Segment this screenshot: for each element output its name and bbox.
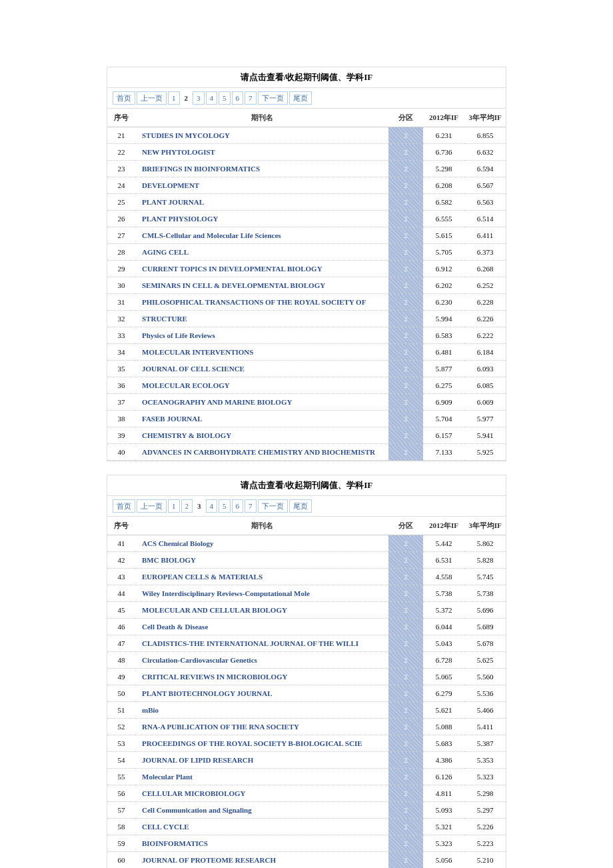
zone-cell: 2	[388, 177, 423, 194]
journal-name-link[interactable]: PLANT JOURNAL	[135, 194, 388, 211]
pager-page-7[interactable]: 7	[245, 91, 257, 105]
pager-page-5[interactable]: 5	[219, 91, 231, 105]
pager-first[interactable]: 首页	[113, 499, 135, 513]
journal-name-link[interactable]: CHEMISTRY & BIOLOGY	[135, 427, 388, 444]
table-row: 39CHEMISTRY & BIOLOGY26.1575.941	[107, 427, 506, 444]
pager-prev[interactable]: 上一页	[137, 91, 167, 105]
if-2012: 6.583	[423, 327, 464, 344]
journal-name-link[interactable]: MOLECULAR AND CELLULAR BIOLOGY	[135, 602, 388, 619]
journal-name-link[interactable]: STUDIES IN MYCOLOGY	[135, 127, 388, 144]
journal-name-link[interactable]: RNA-A PUBLICATION OF THE RNA SOCIETY	[135, 719, 388, 735]
table-row: 47CLADISTICS-THE INTERNATIONAL JOURNAL O…	[107, 635, 506, 652]
if-3yr: 5.223	[464, 835, 506, 852]
row-index: 23	[107, 161, 135, 177]
if-2012: 5.323	[423, 835, 464, 852]
if-2012: 5.621	[423, 702, 464, 719]
row-index: 59	[107, 835, 135, 852]
header-if3: 3年平均IF	[464, 109, 506, 127]
zone-cell: 2	[388, 752, 423, 769]
pager-page-3[interactable]: 3	[193, 91, 205, 105]
journal-name-link[interactable]: CLADISTICS-THE INTERNATIONAL JOURNAL OF …	[135, 635, 388, 652]
table-row: 57Cell Communication and Signaling25.093…	[107, 802, 506, 819]
journal-name-link[interactable]: FASEB JOURNAL	[135, 411, 388, 427]
journal-name-link[interactable]: CURRENT TOPICS IN DEVELOPMENTAL BIOLOGY	[135, 261, 388, 277]
row-index: 42	[107, 552, 135, 569]
pager-page-6[interactable]: 6	[232, 91, 244, 105]
journal-name-link[interactable]: NEW PHYTOLOGIST	[135, 144, 388, 161]
pager-next[interactable]: 下一页	[258, 499, 288, 513]
zone-cell: 2	[388, 161, 423, 177]
journal-name-link[interactable]: Physics of Life Reviews	[135, 327, 388, 344]
journal-name-link[interactable]: PLANT BIOTECHNOLOGY JOURNAL	[135, 685, 388, 702]
journal-name-link[interactable]: MOLECULAR ECOLOGY	[135, 377, 388, 394]
row-index: 37	[107, 394, 135, 411]
journal-name-link[interactable]: MOLECULAR INTERVENTIONS	[135, 344, 388, 361]
journal-name-link[interactable]: CMLS-Cellular and Molecular Life Science…	[135, 227, 388, 244]
pager-page-7[interactable]: 7	[245, 499, 257, 513]
if-2012: 5.043	[423, 635, 464, 652]
journal-name-link[interactable]: PHILOSOPHICAL TRANSACTIONS OF THE ROYAL …	[135, 294, 388, 311]
journal-name-link[interactable]: Molecular Plant	[135, 769, 388, 785]
title-bar[interactable]: 请点击查看/收起期刊阈值、学科IF	[107, 475, 506, 496]
row-index: 54	[107, 752, 135, 769]
row-index: 34	[107, 344, 135, 361]
journal-name-link[interactable]: Cell Communication and Signaling	[135, 802, 388, 819]
journal-name-link[interactable]: DEVELOPMENT	[135, 177, 388, 194]
pager-page-4[interactable]: 4	[206, 91, 218, 105]
pager-prev[interactable]: 上一页	[137, 499, 167, 513]
row-index: 47	[107, 635, 135, 652]
journal-name-link[interactable]: PLANT PHYSIOLOGY	[135, 211, 388, 227]
if-2012: 5.615	[423, 227, 464, 244]
table-row: 59BIOINFORMATICS25.3235.223	[107, 835, 506, 852]
journal-name-link[interactable]: Wiley Interdisciplinary Reviews-Computat…	[135, 585, 388, 602]
pager-last[interactable]: 尾页	[289, 91, 312, 105]
journal-name-link[interactable]: BIOINFORMATICS	[135, 835, 388, 852]
journal-name-link[interactable]: Circulation-Cardiovascular Genetics	[135, 652, 388, 669]
journal-name-link[interactable]: JOURNAL OF LIPID RESEARCH	[135, 752, 388, 769]
pager-page-1[interactable]: 1	[168, 91, 180, 105]
zone-cell: 2	[388, 227, 423, 244]
pager-page-5[interactable]: 5	[219, 499, 231, 513]
journal-name-link[interactable]: JOURNAL OF PROTEOME RESEARCH	[135, 852, 388, 869]
zone-cell: 2	[388, 569, 423, 585]
journal-name-link[interactable]: mBio	[135, 702, 388, 719]
zone-cell: 2	[388, 261, 423, 277]
pager-page-6[interactable]: 6	[232, 499, 244, 513]
header-zone: 分区	[388, 517, 423, 535]
journal-name-link[interactable]: ACS Chemical Biology	[135, 535, 388, 552]
journal-name-link[interactable]: CRITICAL REVIEWS IN MICROBIOLOGY	[135, 669, 388, 685]
pager-first[interactable]: 首页	[113, 91, 135, 105]
pager-last[interactable]: 尾页	[289, 499, 312, 513]
pager-page-2[interactable]: 2	[181, 499, 193, 513]
zone-cell: 2	[388, 294, 423, 311]
pager-page-4[interactable]: 4	[206, 499, 218, 513]
pager-page-1[interactable]: 1	[168, 499, 180, 513]
table-row: 60JOURNAL OF PROTEOME RESEARCH25.0565.21…	[107, 852, 506, 869]
journal-name-link[interactable]: CELL CYCLE	[135, 819, 388, 835]
if-3yr: 6.567	[464, 177, 506, 194]
journal-name-link[interactable]: PROCEEDINGS OF THE ROYAL SOCIETY B-BIOLO…	[135, 735, 388, 752]
journal-name-link[interactable]: ADVANCES IN CARBOHYDRATE CHEMISTRY AND B…	[135, 444, 388, 461]
journal-name-link[interactable]: JOURNAL OF CELL SCIENCE	[135, 361, 388, 377]
table-row: 23BRIEFINGS IN BIOINFORMATICS25.2986.594	[107, 161, 506, 177]
row-index: 31	[107, 294, 135, 311]
zone-cell: 2	[388, 244, 423, 261]
journal-name-link[interactable]: Cell Death & Disease	[135, 619, 388, 635]
journal-name-link[interactable]: EUROPEAN CELLS & MATERIALS	[135, 569, 388, 585]
journal-name-link[interactable]: BRIEFINGS IN BIOINFORMATICS	[135, 161, 388, 177]
journal-name-link[interactable]: AGING CELL	[135, 244, 388, 261]
if-2012: 6.044	[423, 619, 464, 635]
row-index: 25	[107, 194, 135, 211]
journal-name-link[interactable]: OCEANOGRAPHY AND MARINE BIOLOGY	[135, 394, 388, 411]
table-row: 32STRUCTURE25.9946.226	[107, 311, 506, 327]
pager-next[interactable]: 下一页	[258, 91, 288, 105]
title-bar[interactable]: 请点击查看/收起期刊阈值、学科IF	[107, 67, 506, 88]
zone-cell: 2	[388, 411, 423, 427]
journal-name-link[interactable]: CELLULAR MICROBIOLOGY	[135, 785, 388, 802]
journal-name-link[interactable]: BMC BIOLOGY	[135, 552, 388, 569]
journal-name-link[interactable]: SEMINARS IN CELL & DEVELOPMENTAL BIOLOGY	[135, 277, 388, 294]
table-row: 42BMC BIOLOGY26.5315.828	[107, 552, 506, 569]
journal-name-link[interactable]: STRUCTURE	[135, 311, 388, 327]
table-row: 46Cell Death & Disease26.0445.689	[107, 619, 506, 635]
row-index: 57	[107, 802, 135, 819]
